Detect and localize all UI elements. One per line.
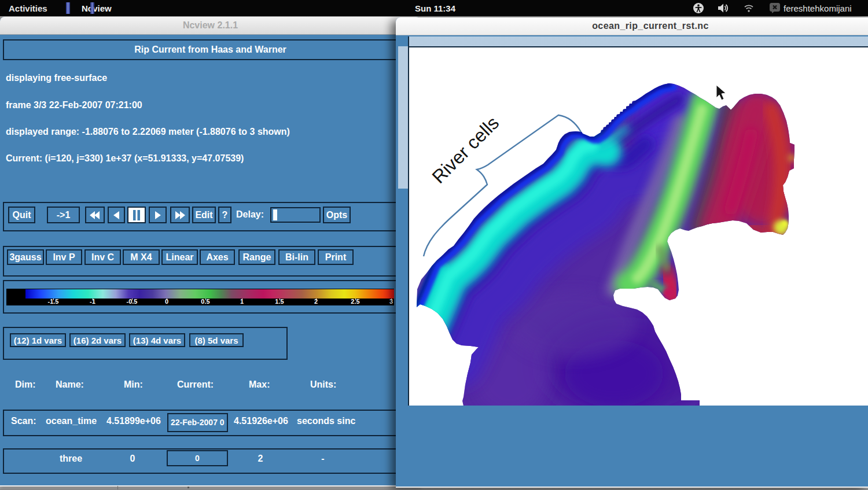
svg-text:River cells: River cells xyxy=(428,112,503,187)
